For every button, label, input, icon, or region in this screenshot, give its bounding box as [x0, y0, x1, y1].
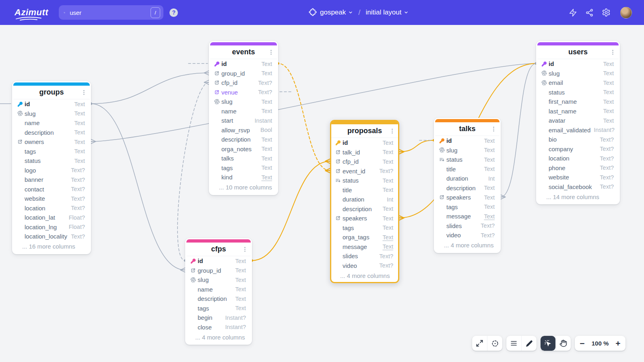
table-header-proposals[interactable]: proposals: [331, 124, 398, 138]
column-proposals-event_id[interactable]: event_idText?: [331, 167, 398, 176]
column-groups-location_lng[interactable]: location_lngFloat?: [13, 222, 90, 232]
column-proposals-speakers[interactable]: speakersText: [331, 214, 398, 223]
table-header-events[interactable]: events: [210, 45, 277, 59]
column-cfps-close[interactable]: closeInstant?: [186, 323, 251, 332]
zoom-out-button[interactable]: −: [575, 336, 590, 351]
column-groups-owners[interactable]: ownersText: [13, 137, 90, 147]
column-groups-location[interactable]: locationText?: [13, 204, 90, 213]
azimutt-logo[interactable]: Azimutt: [14, 8, 48, 17]
column-events-tags[interactable]: tagsText: [210, 163, 277, 173]
table-menu-icon[interactable]: [268, 49, 275, 56]
search-input[interactable]: [69, 9, 151, 16]
column-proposals-duration[interactable]: durationInt: [331, 195, 398, 204]
erd-canvas[interactable]: groupsidTextslugTextnameTextdescriptionT…: [0, 0, 644, 362]
column-groups-slug[interactable]: slugText: [13, 109, 90, 119]
column-talks-message[interactable]: messageText: [435, 212, 500, 221]
column-groups-location_lat[interactable]: location_latFloat?: [13, 213, 90, 222]
column-cfps-tags[interactable]: tagsText: [186, 304, 251, 313]
more-columns-proposals[interactable]: ... 4 more columns: [331, 270, 398, 282]
table-header-users[interactable]: users: [537, 45, 619, 59]
column-groups-tags[interactable]: tagsText: [13, 147, 90, 156]
column-users-last_name[interactable]: last_nameText: [537, 107, 619, 116]
select-tool-button[interactable]: [541, 336, 555, 351]
column-proposals-id[interactable]: idText: [331, 138, 398, 148]
column-talks-tags[interactable]: tagsText: [435, 202, 500, 212]
column-talks-id[interactable]: idText: [435, 136, 500, 146]
column-groups-description[interactable]: descriptionText: [13, 128, 90, 138]
more-columns-events[interactable]: ... 10 more columns: [210, 182, 277, 194]
column-proposals-title[interactable]: titleText: [331, 185, 398, 195]
column-users-social_facebook[interactable]: social_facebookText?: [537, 182, 619, 192]
table-users[interactable]: usersidTextslugTextemailTextstatusTextfi…: [536, 41, 620, 204]
column-users-slug[interactable]: slugText: [537, 69, 619, 78]
column-users-id[interactable]: idText: [537, 59, 619, 69]
column-proposals-message[interactable]: messageText: [331, 242, 398, 252]
table-menu-icon[interactable]: [389, 128, 396, 134]
column-proposals-description[interactable]: descriptionText: [331, 204, 398, 214]
search-box[interactable]: /: [59, 5, 163, 20]
column-users-status[interactable]: statusText: [537, 88, 619, 97]
fit-to-screen-button[interactable]: [487, 336, 502, 351]
column-users-company[interactable]: companyText?: [537, 144, 619, 154]
column-cfps-slug[interactable]: slugText: [186, 275, 251, 285]
table-header-talks[interactable]: talks: [435, 122, 500, 136]
column-events-name[interactable]: nameText: [210, 107, 277, 116]
column-groups-status[interactable]: statusText: [13, 156, 90, 166]
column-users-website[interactable]: websiteText?: [537, 173, 619, 182]
edit-button[interactable]: [521, 336, 537, 351]
column-events-group_id[interactable]: group_idText: [210, 69, 277, 78]
column-proposals-orga_tags[interactable]: orga_tagsText: [331, 232, 398, 242]
project-selector[interactable]: gospeak: [320, 8, 353, 16]
table-header-groups[interactable]: groups: [13, 86, 90, 99]
pan-tool-button[interactable]: [555, 336, 571, 351]
table-menu-icon[interactable]: [242, 246, 248, 253]
column-events-talks[interactable]: talksText: [210, 154, 277, 163]
column-proposals-video[interactable]: videoText?: [331, 261, 398, 271]
column-proposals-slides[interactable]: slidesText?: [331, 251, 398, 261]
column-users-bio[interactable]: bioText?: [537, 135, 619, 144]
column-events-slug[interactable]: slugText: [210, 97, 277, 107]
more-columns-users[interactable]: ... 14 more columns: [537, 191, 619, 203]
column-talks-slug[interactable]: slugText: [435, 146, 500, 155]
more-columns-talks[interactable]: ... 4 more columns: [435, 240, 500, 252]
column-cfps-name[interactable]: nameText: [186, 285, 251, 294]
column-talks-status[interactable]: statusText: [435, 155, 500, 165]
column-groups-contact[interactable]: contactText?: [13, 185, 90, 194]
more-columns-cfps[interactable]: ... 4 more columns: [186, 332, 251, 343]
column-users-phone[interactable]: phoneText?: [537, 163, 619, 173]
column-talks-title[interactable]: titleText: [435, 165, 500, 174]
lightning-icon[interactable]: [569, 8, 577, 17]
column-events-cfp_id[interactable]: cfp_idText?: [210, 78, 277, 88]
details-list-button[interactable]: [506, 336, 521, 351]
column-talks-description[interactable]: descriptionText: [435, 183, 500, 193]
column-cfps-description[interactable]: descriptionText: [186, 294, 251, 304]
column-proposals-cfp_id[interactable]: cfp_idText: [331, 157, 398, 167]
column-users-first_name[interactable]: first_nameText: [537, 97, 619, 107]
table-menu-icon[interactable]: [609, 49, 616, 56]
column-events-allow_rsvp[interactable]: allow_rsvpBool: [210, 125, 277, 135]
column-events-description[interactable]: descriptionText: [210, 135, 277, 144]
column-events-start[interactable]: startInstant: [210, 116, 277, 125]
more-columns-groups[interactable]: ... 16 more columns: [13, 241, 90, 253]
table-menu-icon[interactable]: [80, 89, 87, 96]
table-proposals[interactable]: proposalsidTexttalk_idTextcfp_idTexteven…: [330, 120, 399, 283]
column-events-orga_notes[interactable]: orga_notesText: [210, 144, 277, 154]
column-groups-location_locality[interactable]: location_localityText?: [13, 232, 90, 241]
column-proposals-talk_id[interactable]: talk_idText: [331, 148, 398, 157]
table-cfps[interactable]: cfpsidTextgroup_idTextslugTextnameTextde…: [185, 238, 252, 345]
column-users-email_validated[interactable]: email_validatedInstant?: [537, 125, 619, 135]
column-proposals-tags[interactable]: tagsText: [331, 223, 398, 233]
zoom-level[interactable]: 100 %: [590, 336, 611, 351]
table-events[interactable]: eventsidTextgroup_idTextcfp_idText?venue…: [209, 41, 278, 195]
column-users-email[interactable]: emailText: [537, 78, 619, 88]
zoom-in-button[interactable]: +: [611, 336, 625, 351]
column-events-kind[interactable]: kindText: [210, 173, 277, 182]
column-talks-video[interactable]: videoText?: [435, 230, 500, 240]
layout-selector[interactable]: initial layout: [366, 8, 409, 16]
column-groups-logo[interactable]: logoText?: [13, 166, 90, 175]
column-cfps-id[interactable]: idText: [186, 256, 251, 266]
column-talks-slides[interactable]: slidesText?: [435, 221, 500, 231]
column-events-venue[interactable]: venueText?: [210, 88, 277, 97]
column-events-id[interactable]: idText: [210, 59, 277, 69]
column-groups-banner[interactable]: bannerText?: [13, 175, 90, 185]
